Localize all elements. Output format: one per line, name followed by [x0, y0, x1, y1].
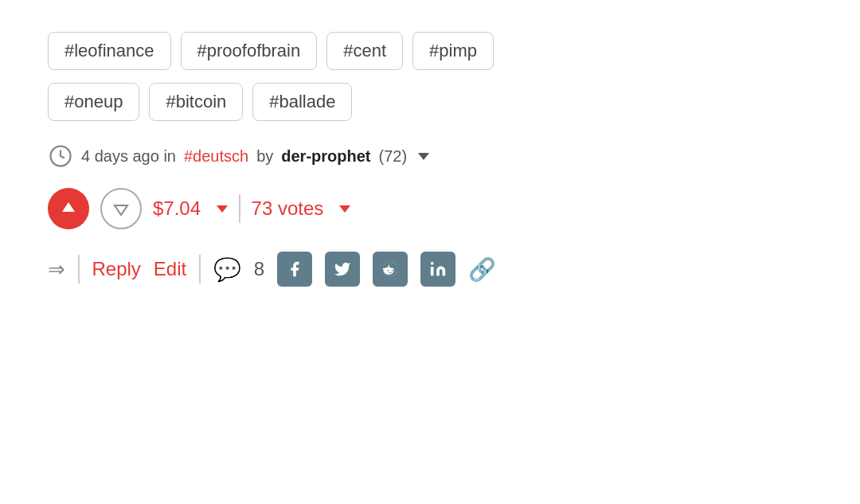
- clock-icon: [48, 143, 73, 169]
- tags-row-2: #oneup #bitcoin #ballade: [48, 83, 812, 121]
- tag-cent[interactable]: #cent: [326, 32, 403, 70]
- edit-button[interactable]: Edit: [154, 258, 186, 280]
- tag-oneup[interactable]: #oneup: [48, 83, 139, 121]
- author-reputation: (72): [379, 147, 408, 166]
- reblog-icon[interactable]: ⇒: [48, 257, 65, 282]
- reddit-share-button[interactable]: [373, 252, 408, 287]
- votes-chevron-icon[interactable]: [339, 205, 350, 213]
- author-name[interactable]: der-prophet: [281, 147, 370, 166]
- svg-point-4: [431, 262, 434, 265]
- by-text: by: [256, 147, 273, 166]
- twitter-share-button[interactable]: [325, 252, 360, 287]
- upvote-button[interactable]: [48, 188, 89, 229]
- comments-icon[interactable]: 💬: [213, 256, 241, 283]
- tags-container: #leofinance #proofofbrain #cent #pimp: [48, 32, 812, 70]
- tag-proofofbrain[interactable]: #proofofbrain: [181, 32, 318, 70]
- votes-count[interactable]: 73 votes: [252, 197, 324, 220]
- tag-leofinance[interactable]: #leofinance: [48, 32, 171, 70]
- reply-button[interactable]: Reply: [92, 258, 141, 280]
- tag-bitcoin[interactable]: #bitcoin: [149, 83, 243, 121]
- time-ago-text: 4 days ago in: [81, 147, 176, 166]
- svg-point-3: [392, 270, 393, 272]
- price-chevron-icon[interactable]: [217, 205, 228, 213]
- svg-point-2: [387, 270, 389, 272]
- meta-row: 4 days ago in #deutsch by der-prophet (7…: [48, 143, 812, 169]
- post-value[interactable]: $7.04: [153, 197, 201, 220]
- comments-count: 8: [254, 258, 264, 280]
- tag-pimp[interactable]: #pimp: [412, 32, 494, 70]
- category-link[interactable]: #deutsch: [184, 147, 248, 166]
- author-menu-chevron[interactable]: [418, 153, 429, 160]
- copy-link-button[interactable]: 🔗: [468, 256, 496, 283]
- divider-3: [199, 255, 201, 283]
- tag-ballade[interactable]: #ballade: [252, 83, 352, 121]
- facebook-share-button[interactable]: [277, 252, 312, 287]
- divider-2: [78, 255, 80, 283]
- divider-1: [239, 194, 240, 223]
- downvote-button[interactable]: [100, 188, 142, 229]
- linkedin-share-button[interactable]: [420, 252, 455, 287]
- voting-row: $7.04 73 votes: [48, 188, 812, 229]
- bottom-action-row: ⇒ Reply Edit 💬 8 🔗: [48, 252, 812, 287]
